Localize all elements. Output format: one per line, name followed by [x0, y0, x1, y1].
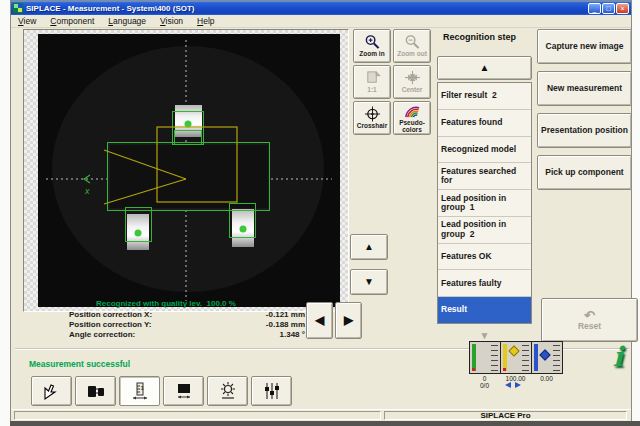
result-row: Angle correction: 1.348 ° [69, 330, 305, 340]
screen: SIPLACE - Measurement - System\400 (SOT)… [0, 0, 640, 426]
step-down-button[interactable]: ▼ [350, 269, 388, 295]
menu-item-help[interactable]: Help [190, 15, 221, 28]
gauge-ratio: 0/0 [469, 382, 500, 389]
minimize-button[interactable]: _ [588, 3, 601, 14]
gauge-quality [470, 342, 500, 373]
step-forward-button[interactable]: ▶ [335, 302, 362, 339]
svg-text:1: 1 [140, 385, 144, 391]
window-titlebar[interactable]: SIPLACE - Measurement - System\400 (SOT)… [11, 1, 631, 15]
illumination-button[interactable] [207, 376, 248, 406]
gauge-slider-icon [505, 382, 521, 388]
presentation-position-button[interactable]: Presentation position [537, 113, 632, 148]
app-icon [13, 3, 23, 13]
list-item[interactable]: Recognized model [438, 137, 531, 164]
center-label: Center [402, 87, 423, 94]
camera-image-panel: x [23, 29, 349, 312]
result-row: Position correction Y: -0.188 mm [69, 320, 305, 330]
menu-item-component[interactable]: Component [43, 15, 101, 28]
list-item[interactable]: Filter result 2 [438, 83, 531, 110]
zoom-in-button[interactable]: Zoom in [353, 29, 391, 63]
result-label: Position correction Y: [69, 320, 151, 330]
measurement-mode-button[interactable]: 1 [119, 376, 160, 406]
one-to-one-button[interactable]: 1:1 [353, 65, 391, 99]
undo-icon: ↶ [584, 309, 595, 322]
component-measure-icon [174, 381, 194, 401]
reset-label: Reset [578, 322, 601, 332]
siplace-measurement-window: SIPLACE - Measurement - System\400 (SOT)… [10, 0, 632, 421]
list-item[interactable]: Lead position in group 1 [438, 190, 531, 217]
camera-image: x [38, 34, 340, 307]
result-label: Angle correction: [69, 330, 135, 340]
list-scroll-up-button[interactable]: ▲ [437, 56, 532, 80]
adjust-settings-button[interactable] [251, 376, 292, 406]
cursor-icon [42, 381, 62, 401]
recognition-step-title: Recognition step [426, 32, 533, 42]
statusbar-left-panel [14, 411, 381, 420]
zoom-in-label: Zoom in [359, 51, 384, 58]
statusbar: SIPLACE Pro [11, 409, 631, 421]
pick-up-component-button[interactable]: Pick up component [537, 155, 632, 190]
list-item[interactable]: Features found [438, 110, 531, 137]
center-button[interactable]: Center [393, 65, 431, 99]
gauge-value: 0 [469, 375, 500, 382]
select-tool-button[interactable] [31, 376, 72, 406]
one-to-one-icon [364, 70, 381, 86]
left-arrow-icon: ◀ [315, 314, 324, 328]
zoom-out-icon [404, 34, 421, 50]
up-arrow-icon: ▲ [364, 241, 374, 253]
list-item[interactable]: Features OK [438, 244, 531, 271]
maximize-button[interactable]: □ [602, 3, 615, 14]
down-arrow-icon: ▼ [364, 276, 374, 288]
menu-item-view[interactable]: View [11, 15, 43, 28]
scroll-up-icon: ▲ [480, 62, 490, 74]
crosshair-label: Crosshair [357, 123, 387, 130]
menu-item-vision[interactable]: Vision [153, 15, 190, 28]
menubar: View Component Language Vision Help [11, 15, 631, 28]
gauge-yellow [501, 342, 531, 373]
zoom-out-label: Zoom out [397, 51, 427, 58]
capture-new-image-button[interactable]: Capture new image [537, 29, 632, 64]
component-view-button[interactable] [75, 376, 116, 406]
scroll-down-icon: ▼ [480, 330, 490, 341]
close-button[interactable]: × [616, 3, 629, 14]
info-icon[interactable]: i [603, 341, 633, 375]
result-label: Position correction X: [69, 310, 152, 320]
reset-button[interactable]: ↶ Reset [541, 298, 638, 342]
measurement-gauges [469, 341, 563, 374]
list-item-selected[interactable]: Result [438, 297, 531, 323]
pseudo-colors-button[interactable]: Pseudo-colors [393, 101, 431, 135]
right-arrow-icon: ▶ [344, 314, 353, 328]
svg-text:x: x [84, 186, 90, 196]
one-to-one-label: 1:1 [367, 87, 376, 94]
list-item[interactable]: Features faulty [438, 270, 531, 297]
center-icon [404, 70, 421, 86]
correction-results: Position correction X: -0.121 mm Positio… [69, 310, 305, 340]
lamp-icon [218, 381, 238, 401]
step-up-button[interactable]: ▲ [350, 234, 388, 260]
list-item[interactable]: Lead position in group 2 [438, 217, 531, 244]
window-bottom-edge [10, 421, 640, 426]
new-measurement-button[interactable]: New measurement [537, 71, 632, 106]
gauge-value: 0.00 [531, 375, 562, 382]
list-item[interactable]: Features searched for [438, 163, 531, 190]
component-icon [86, 381, 106, 401]
crosshair-button[interactable]: Crosshair [353, 101, 391, 135]
step-back-button[interactable]: ◀ [306, 302, 333, 339]
crosshair-icon [364, 106, 381, 122]
quality-level-text: Recognized with quality lev. 100.0 % [96, 299, 236, 308]
statusbar-product: SIPLACE Pro [384, 411, 627, 420]
gauge-values: 0 100.00 0.00 [469, 375, 563, 382]
result-value: -0.188 mm [266, 320, 305, 330]
result-value: -0.121 mm [266, 310, 305, 320]
zoom-in-icon [364, 34, 381, 50]
sliders-icon [262, 381, 282, 401]
window-title: SIPLACE - Measurement - System\400 (SOT) [26, 4, 587, 13]
menu-item-language[interactable]: Language [101, 15, 153, 28]
component-measure-button[interactable] [163, 376, 204, 406]
result-value: 1.348 ° [280, 330, 305, 340]
result-row: Position correction X: -0.121 mm [69, 310, 305, 320]
gauge-value: 100.00 [500, 375, 531, 382]
ruler-icon: 1 [130, 381, 150, 401]
status-message: Measurement successful [29, 359, 130, 369]
pseudo-colors-icon [404, 103, 421, 119]
